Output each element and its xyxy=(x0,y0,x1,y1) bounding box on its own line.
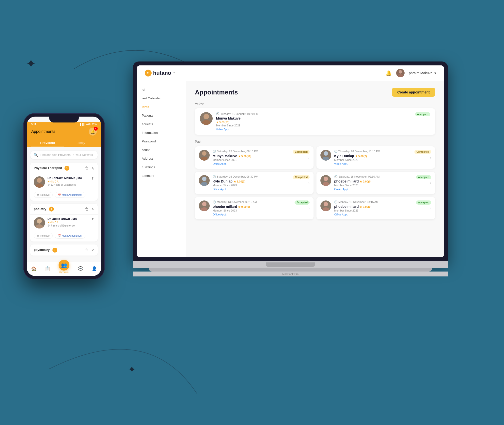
provider-experience: ⏱ 7 Years of Experience xyxy=(47,224,89,227)
sidebar-item-information[interactable]: Information xyxy=(137,128,186,137)
appointment-time: 🕙 Monday, 13 November, 03:15 AM xyxy=(334,200,413,204)
provider-category-physical-therapist: Physical Therapist 1 🗑 ∧ Dr xyxy=(30,163,98,201)
status-badge: Accepted xyxy=(295,200,310,205)
sidebar-item-account[interactable]: count xyxy=(137,146,186,154)
trash-icon: 🗑 xyxy=(37,194,39,196)
status-badge: Accepted xyxy=(415,112,430,116)
chevron-right-icon: › xyxy=(308,181,310,185)
provider-rating: ★ 5.00(50) xyxy=(216,121,430,124)
past-appointment-card-6[interactable]: 🕙 Monday, 13 November, 03:15 AM phoebe m… xyxy=(316,197,435,219)
svg-point-0 xyxy=(399,70,402,74)
chevron-right-icon: › xyxy=(308,206,310,211)
nav-item-my-health[interactable]: 👥 My Health xyxy=(59,264,69,273)
search-bar[interactable]: 🔍 Find and Add Providers To Your Network xyxy=(30,151,98,159)
delete-icon[interactable]: 🗑 xyxy=(85,248,89,252)
trash-icon: 🗑 xyxy=(37,234,39,237)
calendar-icon: 📅 xyxy=(58,234,61,237)
sidebar-item-requests[interactable]: equests xyxy=(137,120,186,128)
svg-point-12 xyxy=(202,202,206,206)
appointment-info: 🕙 Thursday, 28 December, 11:10 PM Kyle D… xyxy=(334,150,411,165)
provider-name: Dr Ephraim Makuve , MA xyxy=(47,176,89,180)
svg-point-1 xyxy=(398,74,403,77)
svg-point-16 xyxy=(37,178,42,183)
sidebar-item-appointments[interactable]: lents xyxy=(137,103,186,111)
past-appointment-card-5[interactable]: 🕙 Monday, 13 November, 03:15 AM phoebe m… xyxy=(195,197,314,219)
appointment-time: 🕙 Saturday, 23 December, 08:15 PM xyxy=(213,150,290,153)
phone-outer: 5:11 ▌▌▌ WiFi 91% Appointments 🔔 4 Provi… xyxy=(23,113,105,279)
my-health-circle-button[interactable]: 👥 xyxy=(59,260,69,271)
nav-item-messages[interactable]: 💬 xyxy=(78,266,83,272)
laptop-navbar: ⊙ hutano ™ 🔔 Ephraim Makuve ▾ xyxy=(137,65,444,81)
appointment-info: 🕙 Saturday, 18 November, 02:30 AM phoebe… xyxy=(334,175,413,191)
phone-tabs: Providers Family xyxy=(27,139,101,147)
share-icon[interactable]: ⬆ xyxy=(91,217,94,221)
sidebar-item-patients[interactable]: Patients xyxy=(137,111,186,120)
provider-item-jadee: Dr Jadee Brown , MA ★ 4 MD A ⏱ 7 Years o… xyxy=(30,214,98,231)
appointments-header: Appointments Create appointment xyxy=(195,88,435,97)
delete-icon[interactable]: 🗑 xyxy=(85,207,89,211)
sidebar-item-calendar[interactable]: lent Calendar xyxy=(137,94,186,103)
appointment-time: 🕙 Monday, 13 November, 03:15 AM xyxy=(213,200,292,204)
provider-actions: 🗑 Remove 📅 Make Appointment xyxy=(30,190,98,201)
chevron-up-icon[interactable]: ∧ xyxy=(91,207,94,211)
page-title: Appointments xyxy=(195,89,238,96)
logo-tm: ™ xyxy=(173,72,175,75)
provider-rating: ★ 4 MD A xyxy=(47,221,89,224)
sidebar-item-password[interactable]: Password xyxy=(137,137,186,146)
make-appointment-button[interactable]: 📅 Make Appointment xyxy=(55,192,85,198)
provider-name: phoebe millard ★ 0.00(0) xyxy=(213,205,292,209)
appointment-time: 🕙 Saturday, 18 November, 02:30 AM xyxy=(334,175,413,178)
appointment-time: 🕙 Thursday, 28 December, 11:10 PM xyxy=(334,150,411,153)
member-since: Member Since 2023 xyxy=(213,184,290,187)
chevron-up-icon[interactable]: ∧ xyxy=(91,166,94,170)
notification-bell-icon[interactable]: 🔔 xyxy=(386,70,392,76)
svg-point-19 xyxy=(36,224,43,228)
sidebar-item-address[interactable]: Address xyxy=(137,154,186,163)
remove-button[interactable]: 🗑 Remove xyxy=(34,192,53,198)
delete-icon[interactable]: 🗑 xyxy=(85,166,89,170)
category-count-badge: 1 xyxy=(64,166,69,171)
provider-name: Kyle Dunlap ★ 5.00(2) xyxy=(213,179,290,183)
provider-avatar xyxy=(199,150,210,161)
my-health-label: My Health xyxy=(59,271,69,273)
appointment-type: Office Appt. xyxy=(334,213,413,216)
make-appointment-button[interactable]: 📅 Make Appointment xyxy=(55,233,85,239)
chevron-down-icon[interactable]: ∨ xyxy=(91,248,94,252)
people-icon: 👥 xyxy=(61,262,67,268)
phone-title: Appointments xyxy=(31,129,55,134)
create-appointment-button[interactable]: Create appointment xyxy=(392,88,435,97)
nav-item-home[interactable]: 🏠 xyxy=(31,266,36,272)
laptop-device: ⊙ hutano ™ 🔔 Ephraim Makuve ▾ xyxy=(133,61,448,276)
past-appointment-card-2[interactable]: 🕙 Thursday, 28 December, 11:10 PM Kyle D… xyxy=(316,146,435,169)
nav-item-profile[interactable]: 👤 xyxy=(92,266,97,272)
sidebar: rd lent Calendar lents Patients equests … xyxy=(137,81,186,257)
chevron-down-icon[interactable]: ▾ xyxy=(434,71,436,75)
svg-point-7 xyxy=(323,157,329,161)
tab-family[interactable]: Family xyxy=(64,139,97,147)
tab-providers[interactable]: Providers xyxy=(31,139,64,147)
provider-avatar xyxy=(320,200,331,211)
remove-button[interactable]: 🗑 Remove xyxy=(34,233,53,239)
notification-bell-button[interactable]: 🔔 4 xyxy=(89,128,97,136)
past-appointment-card-3[interactable]: 🕙 Saturday, 16 December, 08:30 PM Kyle D… xyxy=(195,172,314,194)
user-menu[interactable]: Ephraim Makuve ▾ xyxy=(396,69,436,77)
active-appointment-card[interactable]: 🕙 Tuesday, 16 January, 10:20 PM Accepted… xyxy=(195,108,435,135)
nav-item-clipboard[interactable]: 📋 xyxy=(45,266,50,272)
sidebar-item-statement[interactable]: tatement xyxy=(137,171,186,180)
category-actions: 🗑 ∧ xyxy=(85,207,94,211)
sidebar-item-settings[interactable]: t Settings xyxy=(137,163,186,171)
calendar-icon: 📅 xyxy=(58,194,61,196)
phone-bottom-nav: 🏠 📋 👥 My Health 💬 👤 xyxy=(27,262,101,276)
share-icon[interactable]: ⬆ xyxy=(91,176,94,180)
chevron-right-icon: › xyxy=(430,206,431,211)
sidebar-item-rd[interactable]: rd xyxy=(137,85,186,94)
laptop-notch xyxy=(266,262,315,267)
past-section-label: Past xyxy=(195,140,435,143)
past-appointment-card-1[interactable]: 🕙 Saturday, 23 December, 08:15 PM Munya … xyxy=(195,146,314,169)
search-placeholder: Find and Add Providers To Your Network xyxy=(40,153,93,157)
status-badge: Accepted xyxy=(416,175,431,179)
past-appointment-card-4[interactable]: 🕙 Saturday, 18 November, 02:30 AM phoebe… xyxy=(316,172,435,194)
laptop-screen: ⊙ hutano ™ 🔔 Ephraim Makuve ▾ xyxy=(137,65,444,257)
phone-status-bar: 5:11 ▌▌▌ WiFi 91% xyxy=(27,122,101,126)
provider-name: phoebe millard ★ 0.00(0) xyxy=(334,179,413,183)
